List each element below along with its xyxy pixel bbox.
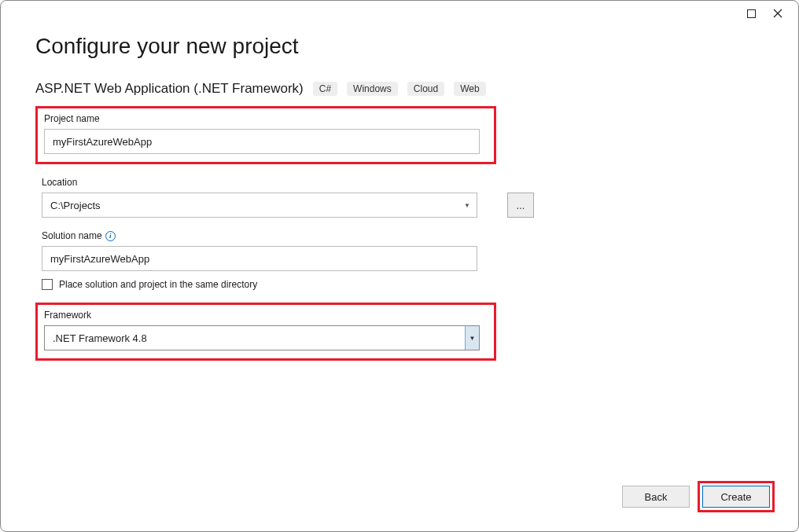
subtitle-row: ASP.NET Web Application (.NET Framework)… — [35, 81, 764, 97]
close-icon — [773, 9, 782, 18]
framework-highlight: Framework .NET Framework 4.8 ▼ — [35, 303, 496, 361]
framework-combo[interactable]: .NET Framework 4.8 ▼ — [44, 325, 480, 350]
project-name-input[interactable] — [44, 129, 480, 154]
template-name: ASP.NET Web Application (.NET Framework) — [35, 81, 304, 97]
tag-web: Web — [454, 82, 485, 96]
back-button[interactable]: Back — [622, 486, 690, 508]
chevron-down-icon: ▼ — [469, 335, 476, 342]
framework-dropdown-button[interactable]: ▼ — [465, 326, 479, 350]
maximize-icon — [747, 9, 756, 18]
solution-name-label-text: Solution name — [42, 230, 102, 241]
project-name-label: Project name — [44, 113, 488, 124]
close-button[interactable] — [770, 6, 786, 21]
tag-cloud: Cloud — [407, 82, 444, 96]
create-button[interactable]: Create — [702, 486, 770, 508]
titlebar — [731, 1, 798, 26]
content-area: Configure your new project ASP.NET Web A… — [35, 34, 764, 512]
create-button-highlight: Create — [698, 481, 775, 512]
tag-windows: Windows — [347, 82, 398, 96]
svg-rect-0 — [747, 9, 755, 17]
solution-name-input[interactable] — [42, 246, 477, 271]
info-icon[interactable]: i — [105, 231, 116, 241]
same-dir-row[interactable]: Place solution and project in the same d… — [35, 279, 764, 290]
framework-label: Framework — [44, 310, 488, 321]
location-row: Location C:\Projects ▼ ... — [35, 177, 764, 218]
browse-label: ... — [517, 200, 525, 211]
location-combo[interactable]: C:\Projects ▼ — [42, 193, 477, 218]
tag-csharp: C# — [313, 82, 337, 96]
footer-buttons: Back Create — [622, 481, 775, 512]
chevron-down-icon: ▼ — [464, 202, 470, 209]
browse-button[interactable]: ... — [507, 193, 534, 218]
dialog-window: Configure your new project ASP.NET Web A… — [0, 0, 799, 532]
create-button-label: Create — [720, 491, 751, 503]
back-button-label: Back — [645, 491, 668, 503]
project-name-highlight: Project name — [35, 106, 496, 164]
location-label: Location — [42, 177, 490, 188]
location-group: Location C:\Projects ▼ — [35, 177, 496, 218]
same-dir-label: Place solution and project in the same d… — [59, 279, 257, 290]
solution-name-group: Solution name i — [35, 230, 496, 271]
maximize-button[interactable] — [743, 6, 759, 21]
location-value: C:\Projects — [50, 200, 101, 211]
same-dir-checkbox[interactable] — [42, 279, 53, 290]
solution-name-label: Solution name i — [42, 230, 490, 241]
framework-value: .NET Framework 4.8 — [53, 332, 147, 344]
page-title: Configure your new project — [35, 34, 764, 59]
